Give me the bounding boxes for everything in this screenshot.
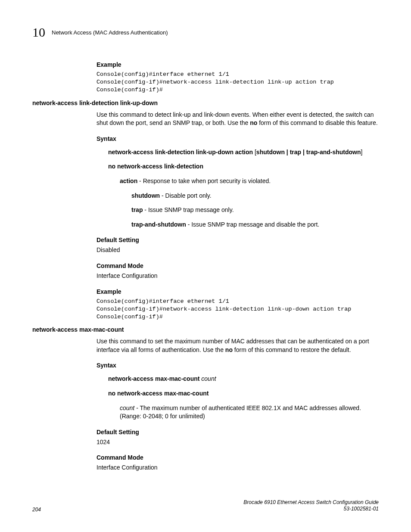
desc-text: form of this command to disable this fea… — [257, 119, 377, 126]
command-name: network-access max-mac-count — [32, 326, 379, 333]
syntax-close: ] — [361, 149, 363, 156]
default-value: 1024 — [97, 438, 379, 447]
syntax-cmd: network-access link-detection link-up-do… — [108, 149, 253, 156]
header-title: Network Access (MAC Address Authenticati… — [52, 29, 168, 36]
syntax-heading: Syntax — [97, 362, 379, 369]
param-desc: - Response to take when port security is… — [137, 177, 271, 184]
syntax-param: count — [199, 375, 216, 382]
no-syntax: no network-access link-detection — [108, 162, 379, 171]
page-number: 204 — [32, 507, 41, 513]
mode-value: Interface Configuration — [97, 272, 379, 280]
param-count: count - The maximum number of authentica… — [120, 404, 379, 421]
syntax-heading: Syntax — [97, 135, 379, 142]
param-trap: trap - Issue SNMP trap message only. — [131, 206, 379, 215]
param-desc: - The maximum number of authenticated IE… — [120, 404, 361, 420]
command-name: network-access link-detection link-up-do… — [32, 100, 379, 106]
param-desc: - Issue SNMP trap message and disable th… — [186, 221, 319, 228]
default-value: Disabled — [97, 246, 379, 255]
param-shutdown: shutdown - Disable port only. — [131, 192, 379, 200]
page-header: 10 Network Access (MAC Address Authentic… — [32, 25, 379, 40]
example-heading: Example — [97, 61, 379, 68]
desc-text: form of this command to restore the defa… — [233, 346, 351, 353]
no-syntax: no network-access max-mac-count — [108, 389, 379, 398]
default-heading: Default Setting — [97, 429, 379, 436]
code-block: Console(config)#interface ethernet 1/1 C… — [97, 298, 379, 321]
param-desc: - Issue SNMP trap message only. — [143, 206, 234, 213]
mode-heading: Command Mode — [97, 262, 379, 269]
mode-value: Interface Configuration — [97, 464, 379, 472]
param-name: action — [120, 177, 137, 184]
command-body: Use this command to set the maximum numb… — [97, 337, 379, 472]
command-desc: Use this command to detect link-up and l… — [97, 111, 379, 128]
mode-heading: Command Mode — [97, 454, 379, 461]
code-block: Console(config)#interface ethernet 1/1 C… — [97, 71, 379, 94]
default-heading: Default Setting — [97, 236, 379, 243]
doc-number: 53-1002581-01 — [243, 506, 379, 513]
param-name: count — [120, 404, 134, 411]
no-keyword: no — [250, 119, 257, 126]
content-area: Example Console(config)#interface ethern… — [97, 61, 379, 94]
param-desc: - Disable port only. — [160, 192, 212, 199]
syntax-line: network-access max-mac-count count — [108, 375, 379, 383]
example-heading: Example — [97, 288, 379, 295]
command-desc: Use this command to set the maximum numb… — [97, 337, 379, 354]
param-name: trap-and-shutdown — [131, 221, 186, 228]
syntax-line: network-access link-detection link-up-do… — [108, 148, 379, 157]
command-body: Use this command to detect link-up and l… — [97, 111, 379, 321]
footer-right: Brocade 6910 Ethernet Access Switch Conf… — [243, 499, 379, 513]
syntax-cmd: network-access max-mac-count — [108, 375, 199, 382]
chapter-number: 10 — [32, 25, 45, 40]
param-name: shutdown — [131, 192, 160, 199]
param-action: action - Response to take when port secu… — [120, 177, 379, 186]
no-keyword: no — [225, 346, 233, 353]
guide-title: Brocade 6910 Ethernet Access Switch Conf… — [243, 499, 379, 506]
syntax-opts: shutdown | trap | trap-and-shutdown — [256, 149, 361, 156]
param-name: trap — [131, 206, 143, 213]
page-footer: 204 Brocade 6910 Ethernet Access Switch … — [32, 499, 379, 513]
param-tas: trap-and-shutdown - Issue SNMP trap mess… — [131, 221, 379, 229]
syntax-bracket: [ — [253, 149, 256, 156]
